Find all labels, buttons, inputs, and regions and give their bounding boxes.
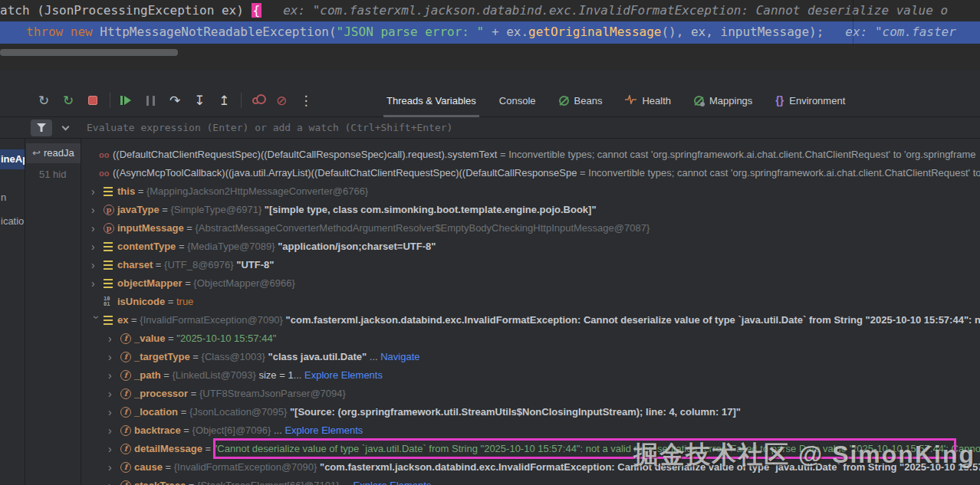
code-line-catch: atch (JsonProcessingException ex) {ex: "… [0,0,980,21]
brace-highlight: { [252,3,262,18]
breakpoints-disabled-button[interactable]: ⊘ [271,90,291,110]
chevron-collapsed-icon[interactable]: › [108,385,120,403]
mute-breakpoints-icon [252,97,259,104]
chevron-collapsed-icon[interactable]: › [91,238,104,256]
variable-row-javaType[interactable]: ›pjavaType = {SimpleType@6971} "[simple … [82,201,980,219]
variable-row-isUnicode[interactable]: 10 01isUnicode = true [82,293,980,311]
type-reference: {MediaType@7089} [187,241,278,252]
navigate-link[interactable]: Navigate [380,351,419,362]
chevron-collapsed-icon[interactable]: › [91,274,104,293]
field-icon: f [120,462,134,473]
chevron-collapsed-icon[interactable]: › [91,256,104,274]
tab-label: Beans [574,95,603,107]
type-reference: {MappingJackson2HttpMessageConverter@676… [146,185,368,197]
thread-item[interactable]: icatio [0,211,25,231]
tab-threads-variables[interactable]: Threads & Variables [386,84,476,117]
frame-item[interactable]: ↩readJa [26,143,81,163]
chevron-collapsed-icon[interactable]: › [108,329,120,348]
variable-row-_targetType[interactable]: ›f_targetType = {Class@1003} "class java… [82,348,980,366]
type-reference: {Object[6]@7096} [192,424,274,436]
chevron-expanded-icon[interactable]: › [87,315,106,327]
variable-row-objectMapper[interactable]: ›objectMapper = {ObjectMapper@6966} [82,274,980,293]
toolbar-separator [241,93,242,108]
variable-value: "2025-10-10 15:57:44" [176,333,276,344]
chevron-collapsed-icon[interactable]: › [91,182,104,201]
variable-row-inputMessage[interactable]: ›pinputMessage = {AbstractMessageConvert… [82,219,980,238]
tab-console[interactable]: Console [499,84,536,117]
variable-row-this[interactable]: ›this = {MappingJackson2HttpMessageConve… [82,182,980,201]
variable-row-_path[interactable]: ›f_path = {LinkedList@7093} size = 1... … [82,366,980,385]
explore-elements-link[interactable]: Explore Elements [354,480,432,485]
variable-row-_value[interactable]: ›f_value = "2025-10-10 15:57:44" [82,329,980,348]
variable-name: stackTrace [134,480,186,485]
tab-label: Console [499,95,536,107]
chevron-collapsed-icon[interactable]: › [108,477,120,485]
chevron-collapsed-icon[interactable]: › [108,366,120,385]
rerun-application-button[interactable]: ↻ [58,90,78,110]
watch-row[interactable]: oo((DefaultChatClientRequestSpec)((Defau… [82,146,980,164]
horizontal-scrollbar[interactable] [0,49,178,56]
var-icon [104,279,117,288]
variable-row-backtrace[interactable]: ›fbacktrace = {Object[6]@7096} ... Explo… [82,421,980,440]
return-arrow-icon: ↩ [32,147,41,159]
param-icon: p [104,223,117,234]
variable-name: javaType [117,204,159,215]
chevron-collapsed-icon[interactable]: › [91,219,104,238]
variable-row-charset[interactable]: ›charset = {UTF_8@6976} "UTF-8" [82,256,980,274]
code-text: + ex. [484,25,528,39]
chevron-collapsed-icon[interactable]: › [108,403,120,421]
explore-elements-link[interactable]: Explore Elements [304,369,383,381]
step-into-icon: ↧ [194,93,205,109]
step-into-button[interactable]: ↧ [189,90,209,110]
chevron-down-icon[interactable] [62,123,70,130]
type-reference: {InvalidFormatException@7090} [140,314,285,326]
chevron-collapsed-icon[interactable]: › [108,421,120,440]
variable-row-contentType[interactable]: ›contentType = {MediaType@7089} "applica… [82,238,980,256]
health-pulse-icon [625,95,636,107]
variable-row-ex[interactable]: ›ex = {InvalidFormatException@7090} "com… [82,311,980,329]
watch-row[interactable]: oo((AsyncMcpToolCallback)((java.util.Arr… [82,164,980,182]
eyeglasses-watch-icon: oo [99,169,113,178]
more-options-button[interactable]: ⋮ [296,90,316,110]
frame-item[interactable]: 51 hid [26,165,81,185]
chevron-collapsed-icon[interactable]: › [108,440,120,458]
more-options-icon: ⋮ [300,93,313,109]
evaluate-expression-bar: Evaluate expression (Enter) or add a wat… [0,117,980,139]
tab-health[interactable]: Health [625,84,671,117]
tab-mappings[interactable]: Mappings [694,84,752,117]
chevron-collapsed-icon[interactable]: › [91,201,104,219]
variable-row-_processor[interactable]: ›f_processor = {UTF8StreamJsonParser@709… [82,385,980,403]
resume-button[interactable] [116,90,136,110]
variable-row-_location[interactable]: ›f_location = {JsonLocation@7095} "[Sour… [82,403,980,421]
variable-name: contentType [117,241,176,252]
rerun-button[interactable]: ↻ [34,90,54,110]
bean-icon [559,96,569,106]
mute-breakpoints-button[interactable] [247,90,267,110]
variable-name: detailMessage [134,443,202,454]
stop-button[interactable] [83,90,103,110]
field-icon: f [120,407,134,418]
tab-label: Health [642,95,671,107]
variable-value: "class java.util.Date" [268,351,367,362]
chevron-collapsed-icon[interactable]: › [108,348,120,366]
eyeglasses-watch-icon: oo [99,150,113,159]
filter-button[interactable] [31,120,52,136]
chevron-collapsed-icon[interactable]: › [108,458,120,477]
step-over-button[interactable]: ↷ [165,90,185,110]
code-editor[interactable]: atch (JsonProcessingException ex) {ex: "… [0,0,980,70]
frame-label: 51 hid [39,169,66,180]
thread-item[interactable]: ineAp [0,149,25,169]
pause-button[interactable] [140,90,160,110]
step-out-button[interactable]: ↥ [214,90,234,110]
inline-debugger-hint: ex: "com.fasterxml.jackson.databind.exc.… [283,3,948,18]
explore-elements-link[interactable]: Explore Elements [284,424,363,436]
watch-expression: ((AsyncMcpToolCallback)((java.util.Array… [113,167,580,179]
tab-environment[interactable]: {}Environment [775,84,845,117]
thread-item[interactable]: n [0,188,25,208]
field-icon: f [120,388,134,399]
variable-row-stackTrace[interactable]: ›fstackTrace = {StackTraceElement[66]@71… [82,477,980,485]
evaluate-expression-input[interactable]: Evaluate expression (Enter) or add a wat… [87,122,452,133]
step-out-icon: ↥ [219,93,229,109]
tab-beans[interactable]: Beans [559,84,603,117]
type-reference: {AbstractMessageConverterMethodArgumentR… [196,222,650,234]
